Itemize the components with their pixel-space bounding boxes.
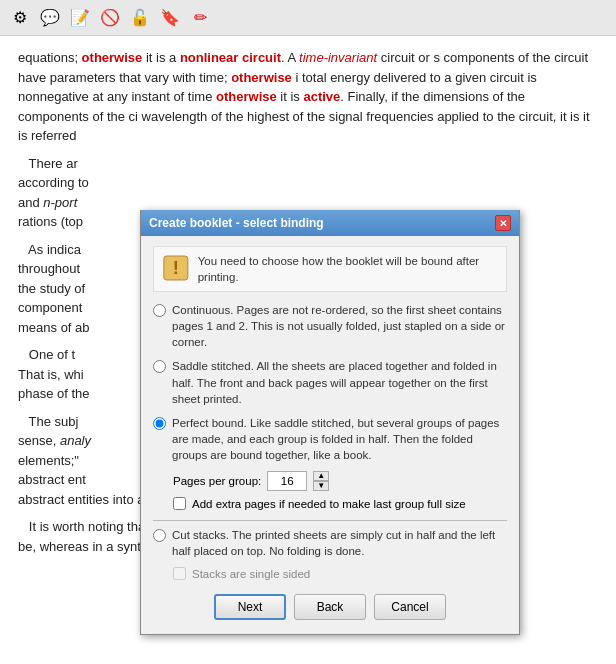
edit-square-icon[interactable]: 📝	[68, 6, 92, 30]
cancel-button[interactable]: Cancel	[374, 594, 446, 620]
spinner-up[interactable]: ▲	[313, 471, 329, 481]
label-continuous: Continuous. Pages are not re-ordered, so…	[172, 302, 507, 350]
radio-perfect[interactable]	[153, 417, 166, 430]
svg-text:!: !	[173, 257, 179, 278]
option-cut[interactable]: Cut stacks. The printed sheets are simpl…	[153, 527, 507, 559]
info-text: You need to choose how the booklet will …	[198, 253, 498, 285]
comment-icon[interactable]: 💬	[38, 6, 62, 30]
pages-per-group-row: Pages per group: ▲ ▼	[173, 471, 507, 491]
option-perfect[interactable]: Perfect bound. Like saddle stitched, but…	[153, 415, 507, 463]
extra-pages-label: Add extra pages if needed to make last g…	[192, 498, 466, 510]
dialog-button-row: Next Back Cancel	[153, 588, 507, 624]
extra-pages-row[interactable]: Add extra pages if needed to make last g…	[173, 497, 507, 510]
no-entry-icon[interactable]: 🚫	[98, 6, 122, 30]
pencil-icon[interactable]: ✏	[188, 6, 212, 30]
pages-per-group-input[interactable]	[267, 471, 307, 491]
gear-icon[interactable]: ⚙	[8, 6, 32, 30]
dialog-body: ! You need to choose how the booklet wil…	[141, 236, 519, 634]
next-button[interactable]: Next	[214, 594, 286, 620]
dialog-create-booklet: Create booklet - select binding ✕ ! You …	[140, 210, 520, 635]
label-cut: Cut stacks. The printed sheets are simpl…	[172, 527, 507, 559]
close-button[interactable]: ✕	[495, 215, 511, 231]
option-continuous[interactable]: Continuous. Pages are not re-ordered, so…	[153, 302, 507, 350]
doc-para-1: equations; otherwise it is a nonlinear c…	[18, 48, 598, 146]
label-perfect: Perfect bound. Like saddle stitched, but…	[172, 415, 507, 463]
stacks-label: Stacks are single sided	[192, 568, 310, 580]
radio-cut[interactable]	[153, 529, 166, 542]
info-icon: !	[162, 253, 190, 283]
stacks-checkbox[interactable]	[173, 567, 186, 580]
back-button[interactable]: Back	[294, 594, 366, 620]
stacks-checkbox-row[interactable]: Stacks are single sided	[173, 567, 507, 580]
spinner-down[interactable]: ▼	[313, 481, 329, 491]
extra-pages-checkbox[interactable]	[173, 497, 186, 510]
radio-continuous[interactable]	[153, 304, 166, 317]
bookmark-icon[interactable]: 🔖	[158, 6, 182, 30]
option-saddle[interactable]: Saddle stitched. All the sheets are plac…	[153, 358, 507, 406]
radio-saddle[interactable]	[153, 360, 166, 373]
pages-per-group-label: Pages per group:	[173, 475, 261, 487]
separator	[153, 520, 507, 521]
spinner-buttons: ▲ ▼	[313, 471, 329, 491]
toolbar: ⚙ 💬 📝 🚫 🔓 🔖 ✏	[0, 0, 616, 36]
dialog-info-section: ! You need to choose how the booklet wil…	[153, 246, 507, 292]
dialog-titlebar: Create booklet - select binding ✕	[141, 210, 519, 236]
label-saddle: Saddle stitched. All the sheets are plac…	[172, 358, 507, 406]
unlock-icon[interactable]: 🔓	[128, 6, 152, 30]
dialog-title: Create booklet - select binding	[149, 216, 324, 230]
